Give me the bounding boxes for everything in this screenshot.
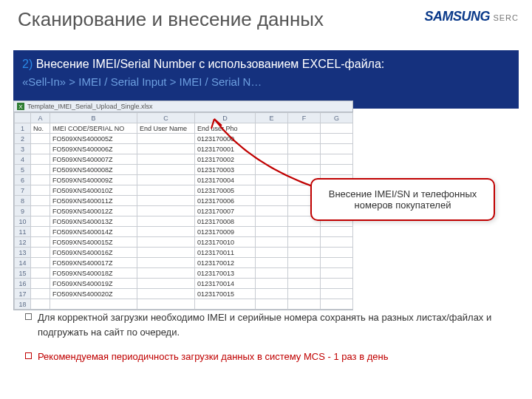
brand-text: SAMSUNG bbox=[424, 9, 490, 24]
table-row: 5FO509XNS400008Z0123170003 bbox=[15, 165, 353, 175]
step-text: Внесение IMEI/Serial Number с использова… bbox=[36, 58, 385, 70]
svg-text:X: X bbox=[18, 103, 23, 110]
table-row: 11FO509XNS400014Z0123170009 bbox=[15, 227, 353, 237]
excel-filename: Template_IMEI_Serial_Upload_Single.xlsx bbox=[27, 103, 153, 110]
page-title: Сканирование и внесение данных bbox=[18, 9, 324, 30]
excel-grid: A B C D E F G 1No.IMEI CODE/SERIAL NOEnd… bbox=[14, 112, 353, 310]
table-row: 9FO509XNS400012Z0123170007 bbox=[15, 206, 353, 216]
square-bullet-icon bbox=[25, 352, 32, 359]
table-row: 16FO509XNS400019Z0123170014 bbox=[15, 279, 353, 289]
brand-suffix: SERC bbox=[493, 13, 519, 22]
col-header-row: A B C D E F G bbox=[15, 113, 353, 123]
col-C: C bbox=[137, 113, 195, 123]
bullet-2-text: Рекомендуемая периодичность загрузки дан… bbox=[38, 349, 388, 364]
table-row: 12FO509XNS400015Z0123170010 bbox=[15, 237, 353, 248]
corner-cell bbox=[15, 113, 31, 123]
table-row: 7FO509XNS400010Z0123170005 bbox=[15, 185, 353, 196]
table-row: 15FO509XNS400018Z0123170013 bbox=[15, 268, 353, 279]
square-bullet-icon bbox=[25, 313, 32, 320]
logo: SAMSUNG SERC bbox=[424, 9, 519, 24]
col-F: F bbox=[288, 113, 321, 123]
table-row: 10FO509XNS400013Z0123170008 bbox=[15, 216, 353, 227]
bullet-list: Для корректной загрузки необходимо IMEI … bbox=[25, 310, 514, 375]
table-row: 1No.IMEI CODE/SERIAL NOEnd User NameEnd … bbox=[15, 123, 353, 134]
col-G: G bbox=[321, 113, 353, 123]
col-D: D bbox=[195, 113, 256, 123]
col-E: E bbox=[256, 113, 288, 123]
bullet-1: Для корректной загрузки необходимо IMEI … bbox=[25, 310, 514, 339]
table-row: 13FO509XNS400016Z0123170011 bbox=[15, 248, 353, 258]
table-row: 6FO509XNS400009Z0123170004 bbox=[15, 175, 353, 185]
breadcrumb-path: «Sell-In» > IMEI / Serial Input > IMEI /… bbox=[22, 75, 510, 88]
bullet-1-text: Для корректной загрузки необходимо IMEI … bbox=[38, 310, 514, 339]
table-row: 18 bbox=[15, 299, 353, 310]
table-row: 4FO509XNS400007Z0123170002 bbox=[15, 154, 353, 165]
slide: Сканирование и внесение данных SAMSUNG S… bbox=[0, 0, 532, 399]
col-B: B bbox=[50, 113, 137, 123]
excel-tab: X Template_IMEI_Serial_Upload_Single.xls… bbox=[14, 101, 352, 112]
bullet-2: Рекомендуемая периодичность загрузки дан… bbox=[25, 349, 514, 364]
excel-screenshot: X Template_IMEI_Serial_Upload_Single.xls… bbox=[13, 100, 353, 310]
table-row: 2FO509XNS400005Z0123170000 bbox=[15, 134, 353, 144]
col-A: A bbox=[31, 113, 50, 123]
callout-box: Внесение IMEI/SN и телефонных номеров по… bbox=[310, 178, 495, 221]
table-row: 17FO509XNS400020Z0123170015 bbox=[15, 289, 353, 299]
table-row: 14FO509XNS400017Z0123170012 bbox=[15, 258, 353, 268]
step-number: 2) bbox=[22, 58, 33, 70]
excel-icon: X bbox=[17, 103, 24, 110]
table-row: 3FO509XNS400006Z0123170001 bbox=[15, 144, 353, 154]
table-row: 8FO509XNS400011Z0123170006 bbox=[15, 196, 353, 206]
